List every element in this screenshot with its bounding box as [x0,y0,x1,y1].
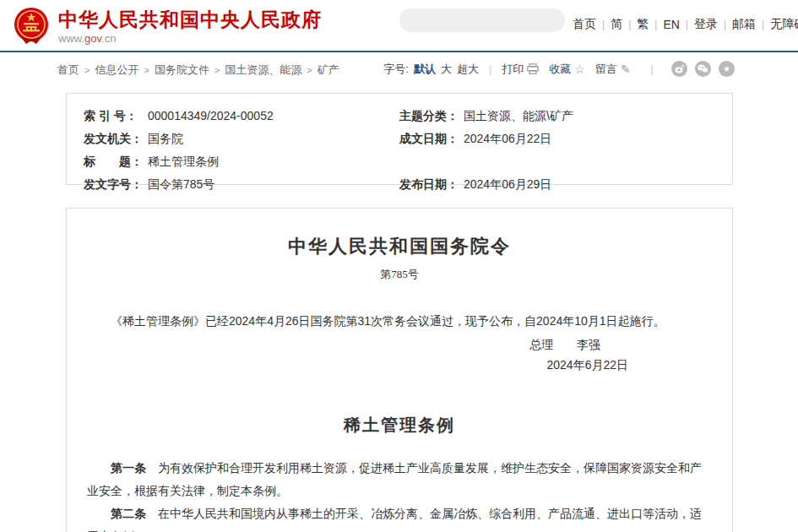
article-1: 第一条为有效保护和合理开发利用稀土资源，促进稀土产业高质量发展，维护生态安全，保… [87,457,712,502]
nav-separator: | [602,19,605,30]
breadcrumb-separator: > [307,65,312,75]
page-toolbar: 字号: 默认 大 超大 | 打印 收藏 ☆ 留言 ✎ | [383,61,735,77]
meta-value: 2024年06月29日 [464,173,551,196]
meta-label: 发布日期： [399,173,464,196]
breadcrumb: 首页>信息公开>国务院文件>国土资源、能源>矿产 [57,62,339,78]
wechat-icon [698,64,708,73]
share-favorite-button[interactable]: ★ [719,61,735,77]
meta-value: 000014349/2024-00052 [148,105,274,128]
toolbar-separator: | [651,62,654,75]
nav-accessibility[interactable]: 无障碍 [770,17,798,32]
print-icon [527,63,539,74]
pencil-icon: ✎ [621,62,631,76]
nav-traditional[interactable]: 繁 [637,17,649,32]
meta-row-written-date: 成文日期： 2024年06月22日 [399,128,715,150]
breadcrumb-info-disclosure[interactable]: 信息公开 [95,63,138,76]
decree-number: 第785号 [87,267,712,282]
meta-value: 国务院 [148,128,183,150]
article-2: 第二条在中华人民共和国境内从事稀土的开采、冶炼分离、金属冶炼、综合利用、产品流通… [87,502,712,532]
meta-left-column: 索 引 号： 000014349/2024-00052 发文机关： 国务院 标 … [84,105,399,173]
meta-label: 索 引 号： [84,105,148,128]
nav-separator: | [654,19,657,30]
breadcrumb-state-council-docs[interactable]: 国务院文件 [155,63,209,76]
breadcrumb-separator: > [144,65,149,75]
comment-button[interactable]: 留言 ✎ [595,62,631,77]
share-wechat-button[interactable] [695,61,711,77]
decree-intro-paragraph: 《稀土管理条例》已经2024年4月26日国务院第31次常务会议通过，现予公布，自… [87,310,712,333]
article-1-label: 第一条 [111,461,146,475]
meta-row-publish-date: 发布日期： 2024年06月29日 [399,173,715,196]
document-content: 中华人民共和国国务院令 第785号 《稀土管理条例》已经2024年4月26日国务… [66,208,733,532]
fontsize-large-button[interactable]: 大 [441,62,452,77]
nav-simplified[interactable]: 简 [611,17,622,32]
article-1-text: 为有效保护和合理开发利用稀土资源，促进稀土产业高质量发展，维护生态安全，保障国家… [87,461,702,497]
share-buttons: ★ [664,61,735,77]
meta-right-column: 主题分类： 国土资源、能源\矿产 成文日期： 2024年06月22日 发布日期：… [399,105,715,173]
nav-home[interactable]: 首页 [573,17,596,32]
nav-separator: | [762,19,764,30]
collect-button[interactable]: 收藏 ☆ [549,62,585,77]
weibo-icon [675,64,685,73]
article-2-label: 第二条 [111,507,146,520]
breadcrumb-toolbar-row: 首页>信息公开>国务院文件>国土资源、能源>矿产 字号: 默认 大 超大 | 打… [0,52,798,84]
meta-label: 标 题： [84,150,148,173]
decree-title: 中华人民共和国国务院令 [87,234,712,259]
toolbar-separator: | [489,62,491,75]
search-box [399,8,565,32]
meta-value: 稀土管理条例 [148,150,219,173]
signature-premier: 总理 李强 [87,334,712,355]
meta-value: 国土资源、能源\矿产 [464,105,573,128]
site-title: 中华人民共和国中央人民政府 [58,8,322,30]
meta-label [399,150,464,173]
site-url-cn: .cn [101,32,116,45]
top-nav: 首页|简|繁|EN|登录|邮箱|无障碍 [573,17,794,32]
signature-date: 2024年6月22日 [87,355,712,375]
meta-label: 主题分类： [399,105,464,128]
breadcrumb-separator: > [84,65,90,75]
meta-label: 发文字号： [84,173,148,196]
document-meta-table: 索 引 号： 000014349/2024-00052 发文机关： 国务院 标 … [66,93,733,185]
national-emblem-logo [13,7,50,46]
meta-value: 2024年06月22日 [464,128,551,150]
site-url: www.gov.cn [58,32,322,45]
fontsize-label: 字号: [383,62,409,77]
site-header: 中华人民共和国中央人民政府 www.gov.cn 首页|简|繁|EN|登录|邮箱… [0,0,798,52]
breadcrumb-separator: > [214,65,220,75]
comment-label: 留言 [595,62,617,77]
fontsize-xlarge-button[interactable]: 超大 [457,62,479,77]
nav-separator: | [686,19,688,30]
fontsize-default-button[interactable]: 默认 [414,62,436,77]
breadcrumb-home[interactable]: 首页 [57,63,79,76]
site-url-www: www. [58,32,84,45]
breadcrumb-land-energy[interactable]: 国土资源、能源 [225,63,301,76]
meta-label: 成文日期： [399,128,464,150]
nav-english[interactable]: EN [663,18,679,31]
nav-separator: | [628,19,631,30]
meta-row-empty [399,150,715,173]
site-brand[interactable]: 中华人民共和国中央人民政府 www.gov.cn [13,7,322,46]
breadcrumb-minerals[interactable]: 矿产 [318,63,339,76]
meta-row-title: 标 题： 稀土管理条例 [84,150,399,173]
search-input[interactable] [399,10,567,30]
star-outline-icon: ☆ [574,62,585,76]
print-label: 打印 [502,62,524,77]
law-title: 稀土管理条例 [87,414,712,437]
meta-value: 国令第785号 [148,173,214,196]
star-icon: ★ [723,64,730,73]
meta-row-document-number: 发文字号： 国令第785号 [84,173,399,196]
meta-row-issuing-agency: 发文机关： 国务院 [84,128,399,150]
nav-separator: | [724,19,726,30]
meta-row-subject-category: 主题分类： 国土资源、能源\矿产 [399,105,715,128]
collect-label: 收藏 [549,62,571,77]
nav-mail[interactable]: 邮箱 [732,17,756,32]
site-url-gov: gov [84,32,101,45]
meta-row-index-number: 索 引 号： 000014349/2024-00052 [84,105,399,128]
print-button[interactable]: 打印 [502,62,539,77]
article-2-text: 在中华人民共和国境内从事稀土的开采、冶炼分离、金属冶炼、综合利用、产品流通、进出… [87,507,702,532]
law-articles: 第一条为有效保护和合理开发利用稀土资源，促进稀土产业高质量发展，维护生态安全，保… [87,457,712,532]
meta-label: 发文机关： [84,128,148,150]
nav-login[interactable]: 登录 [694,17,718,32]
share-weibo-button[interactable] [671,61,687,77]
